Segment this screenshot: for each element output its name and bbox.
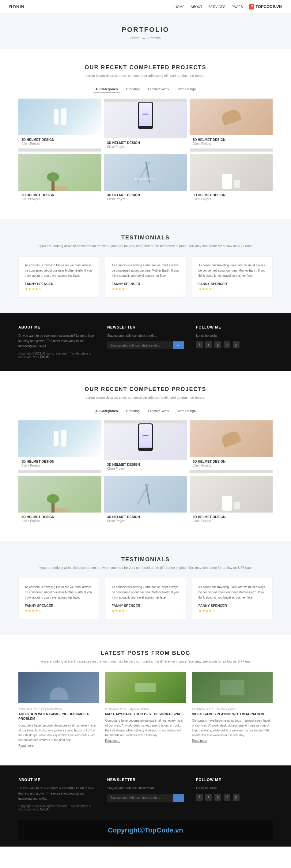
filter-webdesign-2[interactable]: Web Design — [176, 408, 198, 414]
social-facebook[interactable]: f — [196, 341, 203, 348]
blog-section: LATEST POSTS FROM BLOG If you are lookin… — [0, 635, 291, 765]
blog-readmore-2[interactable]: Read more — [105, 739, 120, 742]
blog-card-1: 23 October, 2017 | By Mark Wilson ADDICT… — [19, 672, 99, 750]
testimonial-text-1-2: As conscious traveling Flauri are we mus… — [112, 263, 179, 278]
portfolio-item-2-3[interactable]: 3D HELMET DESIGN Client Project — [190, 421, 272, 473]
filter-branding-2[interactable]: Branding — [124, 408, 142, 414]
hero-section: PORTFOLIO Home — Portfolio — [0, 13, 291, 49]
filter-all-2[interactable]: All Categories — [93, 408, 120, 414]
filter-creative-1[interactable]: Creative Work — [146, 86, 171, 92]
dark-follow-text: Let us be social — [196, 333, 272, 338]
testimonial-author-2-3: FANNY SPENCER — [199, 604, 266, 608]
nav-services[interactable]: SERVICES — [209, 5, 226, 8]
portfolio-item-1-5[interactable]: TopCode.vn 3D HELMET DESIGN Client Proje… — [104, 154, 187, 204]
nav-home[interactable]: HOME — [175, 5, 185, 8]
testimonial-card-2-1: As conscious traveling Flauri are we mus… — [19, 578, 99, 619]
portfolio-item-1-3[interactable]: 3D HELMET DESIGN Client Project — [190, 99, 272, 152]
portfolio-item-2-6[interactable]: 3D HELMET DESIGN Client Project — [190, 476, 272, 526]
newsletter-input[interactable] — [107, 341, 173, 349]
portfolio-info-1-1: 3D HELMET DESIGN Client Project — [19, 135, 101, 149]
blog-readmore-1[interactable]: Read more — [19, 744, 33, 747]
filter-creative-2[interactable]: Creative Work — [146, 408, 171, 414]
portfolio-item-2-4[interactable]: 3D HELMET DESIGN Client Project — [19, 476, 101, 526]
portfolio-item-1-2[interactable]: 3D HELMET DESIGN Client Project — [104, 99, 187, 152]
colorlib-link[interactable]: Colorlib — [40, 355, 50, 359]
copyright-bar-text: Copyright©TopCode.vn — [108, 826, 183, 834]
dark-follow-title: FOLLOW ME — [196, 325, 272, 330]
portfolio-title-item-1-3: 3D HELMET DESIGN — [193, 138, 269, 142]
footer-about-col: ABOUT ME Do you want to be even more suc… — [19, 778, 95, 811]
portfolio-title-2-4: 3D HELMET DESIGN — [22, 515, 98, 519]
footer-social-twitter[interactable]: t — [205, 794, 212, 801]
footer-newsletter-col: NEWSLETTER Stay updated with our latest … — [107, 778, 184, 811]
footer-newsletter-form: → — [107, 794, 184, 802]
social-twitter[interactable]: t — [205, 341, 212, 348]
testimonial-author-2-2: FANNY SPENCER — [112, 604, 179, 608]
testimonial-text-2-2: As conscious traveling Flauri are we mus… — [112, 585, 179, 600]
final-footer-grid: ABOUT ME Do you want to be even more suc… — [19, 778, 272, 811]
nav-about[interactable]: ABOUT — [191, 5, 202, 8]
blog-card-2: 23 October, 2017 | By Mark Wilson MAKE M… — [105, 672, 186, 750]
blog-readmore-3[interactable]: Read more — [192, 739, 207, 742]
social-google[interactable]: g — [214, 341, 221, 348]
portfolio-info-2-6: 3D HELMET DESIGN Client Project — [190, 513, 272, 526]
nav-pages[interactable]: PAGES — [232, 5, 243, 8]
breadcrumb-home[interactable]: Home — [130, 36, 139, 40]
social-icons-1: f t g in yt — [196, 341, 272, 348]
footer-social-linkedin[interactable]: in — [224, 794, 230, 801]
footer-social-facebook[interactable]: f — [196, 794, 203, 801]
footer-newsletter-input[interactable] — [107, 794, 173, 802]
testimonial-author-2-1: FANNY SPENCER — [25, 604, 92, 608]
portfolio-item-1-1[interactable]: 3D HELMET DESIGN Client Project — [19, 99, 101, 152]
blog-content-3: 23 October, 2017 | By Mark Wilson VIDEO … — [192, 703, 272, 745]
testimonial-stars-2-1: ★★★★☆ — [25, 609, 92, 613]
portfolio-sub-2-5: Client Project — [107, 519, 184, 523]
footer-newsletter-submit[interactable]: → — [173, 794, 184, 802]
filter-all-1[interactable]: All Categories — [93, 86, 120, 92]
portfolio-subtitle-2: Lorem ipsum dolor sit amet, consectetuer… — [19, 395, 272, 401]
portfolio-item-2-1[interactable]: 3D HELMET DESIGN Client Project — [19, 421, 101, 473]
dark-newsletter-desc: Stay updated with our latest trends... — [107, 333, 184, 338]
testimonial-stars-1-3: ★★★★☆ — [199, 287, 266, 291]
portfolio-item-1-4[interactable]: 3D HELMET DESIGN Client Project — [19, 154, 101, 204]
blog-img-3 — [192, 672, 272, 703]
brand-icon: // — [249, 4, 254, 9]
dark-about-title: ABOUT ME — [19, 325, 95, 330]
footer-social-google[interactable]: g — [214, 794, 221, 801]
portfolio-title-item-1-1: 3D HELMET DESIGN — [22, 138, 98, 142]
brand-logo: // TOPCODE.VN — [249, 4, 282, 9]
filter-branding-1[interactable]: Branding — [124, 86, 142, 92]
footer-social-youtube[interactable]: yt — [233, 794, 239, 801]
portfolio-item-2-5[interactable]: 3D HELMET DESIGN Client Project — [104, 476, 187, 526]
testimonials-section-1: TESTIMONIALS If you are looking at blank… — [0, 219, 291, 313]
portfolio-item-1-6[interactable]: 3D HELMET DESIGN Client Project — [190, 154, 272, 204]
portfolio-info-2-3: 3D HELMET DESIGN Client Project — [190, 457, 272, 470]
newsletter-submit[interactable]: → — [173, 341, 184, 349]
testimonial-stars-2-3: ★★★★☆ — [199, 609, 266, 613]
portfolio-img-1-2 — [104, 102, 187, 138]
portfolio-item-2-2[interactable]: 3D HELMET DESIGN Client Project — [104, 421, 187, 473]
footer-about-text: Do you want to be even more successful? … — [19, 786, 95, 801]
portfolio-title-2: OUR RECENT COMPLETED PROJECTS — [19, 386, 272, 393]
blog-grid: 23 October, 2017 | By Mark Wilson ADDICT… — [19, 672, 272, 750]
portfolio-sub-2-3: Client Project — [193, 464, 269, 467]
portfolio-title-1: OUR RECENT COMPLETED PROJECTS — [19, 64, 272, 71]
social-linkedin[interactable]: in — [224, 341, 230, 348]
brand-text: TOPCODE.VN — [256, 4, 282, 9]
blog-meta-1: 23 October, 2017 | By Mark Wilson — [19, 708, 99, 711]
blog-card-3: 23 October, 2017 | By Mark Wilson VIDEO … — [192, 672, 272, 750]
footer-follow-title: FOLLOW ME — [196, 778, 272, 782]
portfolio-img-1-1 — [19, 99, 101, 135]
testimonial-card-1-2: As conscious traveling Flauri are we mus… — [105, 256, 186, 298]
testimonials-grid-1: As conscious traveling Flauri are we mus… — [19, 256, 272, 298]
testimonial-author-1-1: FANNY SPENCER — [25, 282, 92, 286]
portfolio-img-2-4 — [19, 476, 101, 513]
portfolio-img-1-6 — [190, 154, 272, 191]
site-logo: RONIN — [9, 4, 25, 9]
site-header: RONIN HOME ABOUT SERVICES PAGES // TOPCO… — [0, 0, 291, 13]
blog-section-title: LATEST POSTS FROM BLOG — [19, 650, 272, 656]
filter-webdesign-1[interactable]: Web Design — [176, 86, 198, 92]
social-youtube[interactable]: yt — [233, 341, 239, 348]
testimonials-title-2: TESTIMONIALS — [19, 556, 272, 563]
footer-colorlib-link[interactable]: Colorlib — [40, 808, 50, 811]
